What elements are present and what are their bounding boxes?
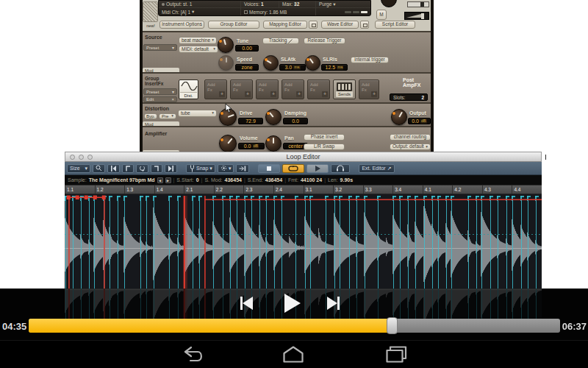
editor-button-script-editor[interactable]: Script Editor bbox=[375, 21, 415, 29]
slice-attack-value[interactable]: 3.0ms bbox=[279, 64, 306, 71]
stop-button[interactable] bbox=[258, 164, 280, 173]
slice-release-value[interactable]: 12.5ms bbox=[321, 64, 348, 71]
fx-slot-empty[interactable]: AddFx + bbox=[307, 79, 330, 99]
editor-detach-icon[interactable] bbox=[360, 21, 369, 29]
fx-slot-dist[interactable]: Dist. bbox=[179, 79, 198, 99]
loop-region-button[interactable] bbox=[136, 164, 148, 173]
instrument-icon-button[interactable]: new! bbox=[143, 1, 159, 31]
source-midi-dropdown[interactable]: MIDI: default▾ bbox=[179, 46, 218, 53]
editor-button-group-editor[interactable]: Group Editor bbox=[208, 21, 259, 29]
previous-track-button[interactable] bbox=[240, 297, 253, 310]
pan-knob[interactable] bbox=[265, 135, 282, 152]
speed-value[interactable]: zone bbox=[235, 64, 259, 71]
distortion-type-dropdown[interactable]: tube▾ bbox=[178, 110, 217, 117]
seek-handle[interactable] bbox=[387, 317, 398, 334]
home-button[interactable] bbox=[281, 344, 306, 364]
sample-play-button[interactable] bbox=[306, 164, 329, 173]
loop-playback-button[interactable] bbox=[282, 164, 304, 173]
slice-attack-knob[interactable] bbox=[263, 55, 279, 71]
phase-invert-button[interactable]: Phase Invert bbox=[304, 134, 345, 141]
zoom-tool-button[interactable] bbox=[93, 164, 105, 173]
volume-fader-handle[interactable] bbox=[421, 13, 424, 19]
sample-mod-value[interactable]: 436454 bbox=[225, 177, 242, 183]
pitch-fader[interactable] bbox=[407, 1, 429, 7]
damping-knob[interactable] bbox=[265, 109, 282, 125]
volume-fader[interactable] bbox=[404, 12, 429, 20]
previous-sample-button[interactable]: ◀ bbox=[157, 177, 163, 183]
waveform-canvas[interactable] bbox=[65, 194, 542, 289]
settings-dropdown[interactable]: ▾ bbox=[218, 164, 234, 173]
add-fx-icon[interactable]: + bbox=[219, 91, 225, 97]
bypass-button[interactable]: Byp. bbox=[144, 113, 157, 119]
editor-detach-icon[interactable] bbox=[309, 21, 318, 29]
editor-button-mapping-editor[interactable]: Mapping Editor bbox=[263, 21, 307, 29]
lr-swap-button[interactable]: L/R Swap bbox=[304, 144, 345, 150]
master-knob[interactable] bbox=[381, 0, 397, 7]
release-trigger-button[interactable]: Release Trigger bbox=[304, 38, 345, 44]
loop-end-button[interactable] bbox=[151, 164, 162, 173]
go-to-start-button[interactable] bbox=[107, 164, 120, 173]
format-value: 44100 24 bbox=[301, 177, 322, 183]
distortion-output-value[interactable]: 0.0dB bbox=[408, 118, 431, 124]
damping-value[interactable]: 0.0 bbox=[283, 118, 308, 124]
channel-routing-button[interactable]: channel routing bbox=[390, 134, 431, 141]
source-preset-dropdown[interactable]: Preset▾ bbox=[143, 44, 177, 51]
fx-slot-empty[interactable]: AddFx + bbox=[204, 79, 227, 99]
external-editor-button[interactable]: Ext. Editor ↗ bbox=[359, 164, 394, 173]
group-fx-edit-button[interactable]: Edit× bbox=[143, 96, 177, 102]
volume-knob[interactable] bbox=[219, 135, 237, 152]
audition-button[interactable] bbox=[331, 164, 350, 173]
volume-value[interactable]: 0.0dB bbox=[238, 143, 265, 149]
editor-button-wave-editor[interactable]: Wave Editor bbox=[321, 21, 359, 29]
sample-name[interactable]: The Magnificent 97bpm Md bbox=[89, 177, 155, 183]
slots-counter[interactable]: Slots:2 bbox=[390, 93, 428, 101]
recent-apps-button[interactable] bbox=[384, 344, 409, 364]
fx-slot-empty[interactable]: AddFx + bbox=[230, 79, 253, 99]
fx-slot-sends[interactable]: Sends bbox=[333, 79, 356, 99]
source-mode-dropdown[interactable]: beat machine▾ bbox=[179, 37, 217, 44]
loop-editor-toolbar: Size▾ Snap▾ bbox=[65, 162, 542, 175]
mute-button[interactable]: M bbox=[376, 10, 387, 20]
tracking-button[interactable]: Tracking bbox=[262, 38, 299, 44]
pitch-fader-handle[interactable] bbox=[420, 2, 424, 7]
pan-label: Pan bbox=[284, 135, 294, 141]
beat-ruler[interactable]: 1.11.21.31.42.12.22.32.43.13.23.33.44.14… bbox=[65, 185, 542, 194]
go-to-end-button[interactable] bbox=[165, 164, 177, 173]
output-routing-dropdown[interactable]: Output: default▾ bbox=[390, 144, 431, 150]
distortion-output-knob[interactable] bbox=[391, 109, 407, 125]
speed-knob[interactable] bbox=[218, 55, 234, 71]
fx-slot-empty[interactable]: AddFx + bbox=[256, 79, 279, 99]
snap-dropdown[interactable]: Snap▾ bbox=[186, 164, 215, 173]
add-fx-icon[interactable]: + bbox=[245, 91, 251, 97]
purge-menu[interactable]: Purge ▾ bbox=[316, 1, 370, 7]
seek-progress bbox=[29, 319, 392, 333]
slice-release-knob[interactable] bbox=[305, 55, 320, 71]
play-button[interactable] bbox=[284, 294, 301, 313]
sample-end-value[interactable]: 436454 bbox=[265, 177, 282, 183]
output-display[interactable]: Output: st. 1 bbox=[159, 1, 241, 7]
editor-button-instrument-options[interactable]: Instrument Options bbox=[159, 21, 204, 29]
size-dropdown[interactable]: Size▾ bbox=[67, 164, 90, 173]
fx-slot-empty[interactable]: AddFx + bbox=[359, 79, 379, 99]
seek-bar[interactable] bbox=[29, 319, 560, 333]
next-sample-button[interactable]: ▶ bbox=[165, 177, 171, 183]
add-fx-icon[interactable]: + bbox=[296, 91, 302, 97]
window-titlebar[interactable]: Loop Editor bbox=[65, 152, 542, 162]
tune-knob[interactable] bbox=[218, 37, 234, 53]
group-fx-preset-dropdown[interactable]: Preset▾ bbox=[143, 88, 177, 95]
add-fx-icon[interactable]: + bbox=[270, 91, 276, 97]
db-unit: dB bbox=[253, 144, 259, 149]
back-button[interactable] bbox=[182, 344, 207, 364]
tune-value[interactable]: 0.00 bbox=[235, 45, 259, 52]
pre-post-dropdown[interactable]: Pre▾ bbox=[159, 113, 176, 119]
add-fx-icon[interactable]: + bbox=[371, 91, 377, 97]
sample-start-value[interactable]: 0 bbox=[196, 177, 199, 183]
drive-value[interactable]: 72.9 bbox=[238, 118, 263, 124]
jump-to-playhead-button[interactable] bbox=[236, 164, 249, 173]
midi-channel-selector[interactable]: Midi Ch: [A] 1 ▾ bbox=[159, 8, 241, 15]
loop-start-button[interactable] bbox=[122, 164, 134, 173]
next-track-button[interactable] bbox=[327, 297, 340, 310]
add-fx-icon[interactable]: + bbox=[322, 91, 328, 97]
fx-slot-empty[interactable]: AddFx + bbox=[282, 79, 304, 99]
internal-trigger-button[interactable]: internal trigger bbox=[351, 57, 389, 63]
